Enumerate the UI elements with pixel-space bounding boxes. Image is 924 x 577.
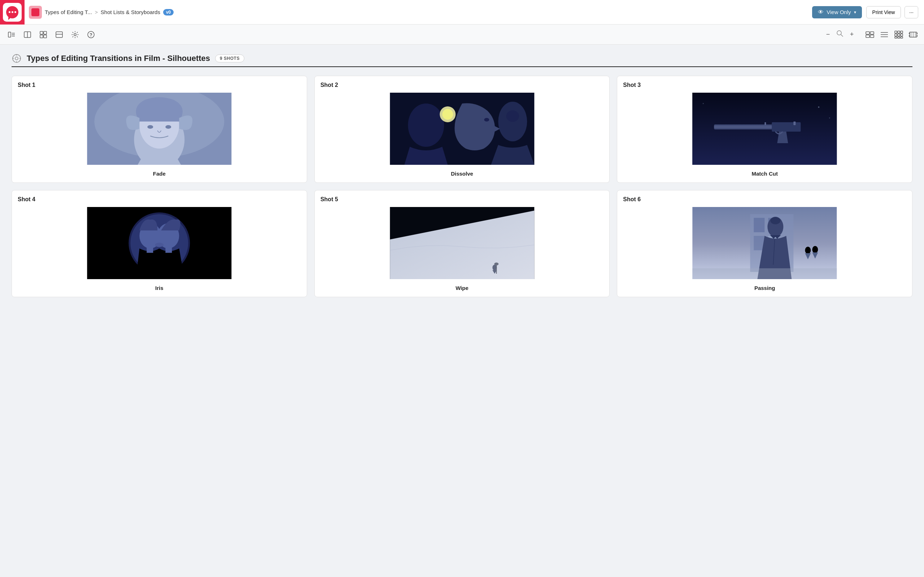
main-content: Types of Editing Transitions in Film - S… (0, 45, 924, 577)
storyboard-grid-icon (39, 31, 47, 39)
sidebar-toggle-button[interactable] (4, 27, 19, 42)
shot-image-5 (320, 207, 604, 279)
large-grid-button[interactable] (892, 28, 905, 41)
svg-rect-6 (40, 31, 43, 34)
large-grid-icon (894, 31, 903, 39)
breadcrumb-separator: > (95, 10, 98, 15)
compact-view-button[interactable] (878, 28, 891, 41)
svg-rect-10 (56, 32, 63, 37)
svg-rect-19 (866, 35, 869, 37)
svg-rect-28 (898, 34, 900, 36)
version-badge[interactable]: v0 (163, 9, 174, 16)
svg-rect-94 (693, 268, 837, 279)
svg-rect-26 (901, 31, 903, 33)
shots-count-badge: 9 SHOTS (215, 55, 244, 62)
svg-rect-17 (866, 32, 869, 34)
help-icon: ? (87, 31, 95, 39)
svg-point-12 (74, 34, 76, 36)
eye-icon: 👁 (818, 9, 824, 16)
svg-rect-64 (714, 126, 772, 128)
storyboard-grid-button[interactable] (36, 27, 50, 42)
shot-card-2[interactable]: Shot 2 (314, 76, 610, 183)
shot-image-4 (18, 207, 301, 279)
shot-card-3[interactable]: Shot 3 (617, 76, 913, 183)
app-icon-inner (3, 3, 22, 22)
shot-number-5: Shot 5 (320, 196, 604, 203)
svg-rect-31 (898, 37, 900, 38)
shot-card-1[interactable]: Shot 1 (11, 76, 307, 183)
help-button[interactable]: ? (84, 27, 98, 42)
shot-label-6: Passing (623, 285, 906, 291)
shot-image-2 (320, 93, 604, 165)
svg-rect-76 (165, 247, 172, 253)
zoom-in-button[interactable]: + (846, 29, 858, 40)
shot-number-2: Shot 2 (320, 82, 604, 89)
svg-point-93 (771, 217, 781, 224)
svg-rect-32 (901, 37, 903, 38)
svg-point-89 (805, 247, 811, 254)
svg-rect-35 (909, 35, 910, 36)
toolbar: ? − + (0, 24, 924, 45)
shot-grid: Shot 1 (11, 76, 913, 297)
svg-rect-29 (901, 34, 903, 36)
svg-rect-27 (895, 34, 897, 36)
more-options-button[interactable]: ··· (905, 6, 918, 18)
speech-bubble-icon (6, 6, 18, 18)
svg-point-82 (494, 263, 498, 266)
svg-point-90 (813, 246, 818, 253)
passing-storyboard (623, 207, 906, 279)
breadcrumb-parent[interactable]: Types of Editing T... (45, 9, 92, 15)
page-title: Types of Editing Transitions in Film - S… (27, 54, 210, 63)
svg-point-42 (15, 57, 18, 60)
settings-button[interactable] (68, 27, 82, 42)
scene-settings-icon (11, 53, 22, 63)
split-panel-button[interactable] (52, 27, 66, 42)
shot-label-3: Match Cut (623, 171, 906, 177)
shot-label-1: Fade (18, 171, 301, 177)
magnifier-icon (836, 29, 844, 37)
svg-point-51 (147, 125, 153, 129)
svg-rect-66 (765, 122, 766, 125)
filmstrip-button[interactable] (907, 28, 920, 41)
shot-number-1: Shot 1 (18, 82, 301, 89)
svg-point-41 (13, 55, 21, 62)
print-view-button[interactable]: Print View (866, 6, 901, 18)
split-panel-icon (55, 31, 63, 39)
breadcrumb-section: Types of Editing T... > Shot Lists & Sto… (29, 6, 808, 19)
svg-rect-85 (754, 218, 765, 232)
svg-rect-65 (794, 121, 796, 125)
svg-text:?: ? (89, 32, 92, 37)
shot-card-5[interactable]: Shot 5 (314, 190, 610, 297)
svg-point-77 (155, 243, 163, 247)
svg-rect-24 (895, 31, 897, 33)
svg-rect-9 (44, 35, 47, 38)
svg-rect-36 (916, 33, 918, 34)
iris-storyboard (18, 207, 301, 279)
top-bar-right: Print View ··· (866, 6, 918, 18)
chevron-down-icon: ▾ (854, 10, 856, 15)
wipe-storyboard (320, 207, 604, 279)
shot-card-6[interactable]: Shot 6 (617, 190, 913, 297)
svg-point-52 (165, 125, 171, 129)
breadcrumb-current[interactable]: Shot Lists & Storyboards (101, 9, 160, 15)
shot-label-5: Wipe (320, 285, 604, 291)
doc-icon-inner (31, 8, 39, 16)
svg-line-16 (841, 35, 843, 36)
svg-point-54 (408, 103, 444, 147)
svg-point-57 (484, 118, 489, 121)
zoom-out-button[interactable]: − (822, 29, 834, 40)
shot-image-1 (18, 93, 301, 165)
list-view-icon (866, 31, 874, 39)
panel-view-button[interactable] (20, 27, 35, 42)
app-logo (0, 0, 24, 24)
shot-label-4: Iris (18, 285, 301, 291)
shot-card-4[interactable]: Shot 4 (11, 190, 307, 297)
speech-dots (9, 11, 16, 13)
view-only-button[interactable]: 👁 View Only ▾ (812, 6, 861, 18)
zoom-icon (836, 29, 844, 39)
list-view-button[interactable] (863, 28, 876, 41)
svg-point-56 (442, 109, 453, 120)
panel-view-icon (23, 31, 31, 39)
top-nav-bar: Types of Editing T... > Shot Lists & Sto… (0, 0, 924, 24)
svg-rect-8 (40, 35, 43, 38)
